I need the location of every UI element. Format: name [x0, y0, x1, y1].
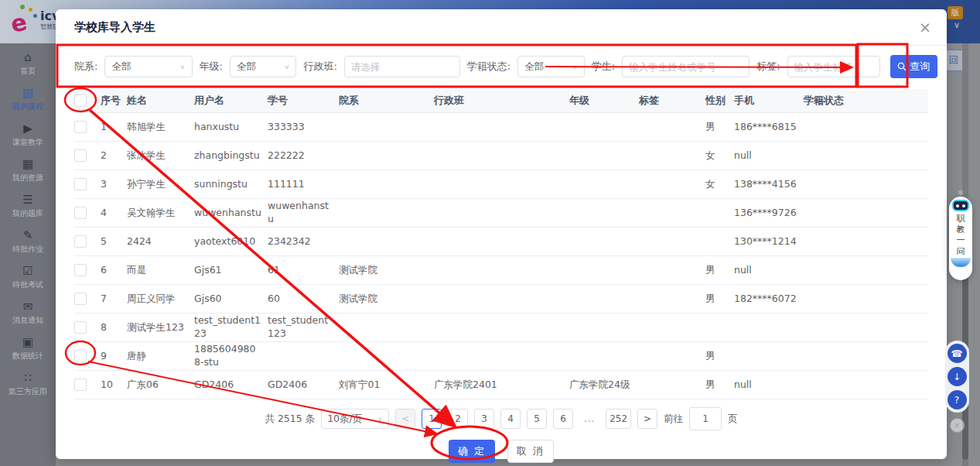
dept-select-value: 全部: [111, 60, 131, 74]
class-input[interactable]: [344, 56, 460, 77]
cell-phone: 138****4156: [734, 178, 804, 191]
cell-student-no: 60: [268, 293, 339, 306]
assistant-widget[interactable]: ✻ 职教一问: [948, 189, 973, 280]
chevron-down-icon: ∨: [572, 63, 577, 70]
download-icon[interactable]: ↓: [948, 367, 967, 386]
dept-filter-label: 院系:: [74, 60, 97, 74]
cell-index: 1: [101, 121, 127, 134]
search-button[interactable]: 查询: [890, 55, 937, 78]
table-row: 7 周正义同学 Gjs60 60 测试学院 男 182****6072: [74, 285, 928, 314]
cell-student-no: 2342342: [268, 235, 339, 248]
cell-gender: 男: [705, 264, 734, 277]
column-header: 学籍状态: [804, 94, 927, 108]
dept-select[interactable]: 全部 ∨: [104, 56, 192, 77]
import-students-dialog: 学校库导入学生 × 院系: 全部 ∨ 年级: 全部 ∨ 行政班: 学籍状态: 全…: [56, 9, 947, 459]
dialog-footer: 确 定 取 消: [56, 440, 947, 463]
row-checkbox[interactable]: [74, 149, 87, 162]
row-checkbox[interactable]: [74, 379, 87, 391]
goto-suffix: 页: [728, 413, 738, 426]
table-row: 5 2424 yaotext6010 2342342 130****1214: [74, 228, 928, 256]
cell-gender: 男: [705, 379, 734, 392]
page-button[interactable]: 4: [500, 409, 521, 429]
row-checkbox[interactable]: [74, 293, 87, 305]
cell-index: 7: [101, 293, 127, 306]
page-button[interactable]: 2: [448, 409, 468, 429]
column-header: 行政班: [434, 94, 569, 108]
cell-phone: 186****6815: [734, 121, 804, 134]
page-button[interactable]: 5: [527, 409, 547, 429]
grade-select[interactable]: 全部 ∨: [230, 56, 297, 77]
row-checkbox[interactable]: [74, 350, 87, 362]
column-header: 手机: [734, 94, 804, 108]
cell-name: 周正义同学: [127, 293, 194, 306]
student-filter-label: 学生:: [592, 60, 615, 74]
cell-phone: null: [734, 379, 804, 392]
cell-student-no: 222222: [268, 149, 339, 163]
table-row: 8 测试学生123 test_student123 test_student12…: [74, 314, 928, 342]
next-page-button[interactable]: >: [637, 409, 657, 429]
cell-name: 唐静: [127, 350, 194, 363]
row-checkbox[interactable]: [74, 207, 87, 219]
cell-username: Gjs61: [194, 264, 268, 277]
column-header: 性别: [705, 94, 734, 108]
customer-service-icon[interactable]: ☎: [948, 344, 967, 363]
cell-username: zhangbingstu: [194, 149, 268, 163]
confirm-button[interactable]: 确 定: [449, 440, 495, 463]
table-row: 3 孙宁学生 sunningstu 111111 女 138****4156: [74, 170, 928, 199]
page-size-select[interactable]: 10条/页 ∨: [321, 409, 389, 429]
collapse-widgets-icon[interactable]: ×: [950, 418, 965, 433]
page-button[interactable]: 252: [606, 409, 631, 429]
cell-index: 5: [101, 235, 127, 248]
page-size-value: 10条/页: [327, 413, 362, 426]
row-checkbox[interactable]: [74, 178, 87, 190]
goto-label: 前往: [664, 413, 683, 426]
row-checkbox[interactable]: [74, 235, 87, 248]
cell-gender: 男: [705, 350, 734, 363]
wave-decoration: [951, 258, 971, 267]
page-button[interactable]: 3: [474, 409, 494, 429]
column-header: 院系: [339, 94, 434, 108]
table-body: 1 韩旭学生 hanxustu 333333 男 186****6815 2: [74, 113, 928, 399]
select-all-checkbox[interactable]: [74, 94, 87, 107]
status-filter-label: 学籍状态:: [467, 60, 510, 74]
cancel-button[interactable]: 取 消: [507, 440, 554, 463]
cell-username: GD2406: [194, 379, 268, 392]
close-icon[interactable]: ×: [919, 20, 931, 35]
cell-phone: null: [734, 264, 804, 277]
cell-gender: 男: [705, 293, 734, 306]
table-row: 4 吴文翰学生 wuwenhanstu wuwenhanstu 136****9…: [74, 199, 928, 228]
status-select-value: 全部: [524, 60, 544, 74]
student-search-input[interactable]: [622, 56, 750, 77]
table-row: 6 而是 Gjs61 61 测试学院 男 null: [74, 256, 928, 285]
floating-action-buttons: ☎ ↓ ? ×: [944, 341, 969, 433]
cell-gender: 女: [705, 149, 734, 163]
cell-name: 吴文翰学生: [127, 207, 194, 220]
students-table: 序号姓名用户名学号院系行政班年级标签性别手机学籍状态 1 韩旭学生 hanxus…: [74, 89, 928, 399]
cell-dept: 测试学院: [339, 293, 434, 306]
cell-phone: 182****6072: [734, 293, 804, 306]
cell-phone: null: [734, 149, 804, 163]
cell-index: 4: [101, 207, 127, 220]
cell-gender: 男: [705, 121, 734, 134]
page-button[interactable]: 1: [422, 409, 442, 429]
page-button[interactable]: ...: [579, 409, 599, 429]
cell-index: 3: [101, 178, 127, 191]
cell-gender: 女: [705, 178, 734, 191]
cell-student-no: GD2406: [268, 379, 339, 392]
search-button-label: 查询: [910, 60, 930, 74]
cell-class: 广东学院2401: [434, 379, 569, 392]
tag-input[interactable]: [787, 56, 880, 77]
row-checkbox[interactable]: [74, 264, 87, 276]
goto-page-input[interactable]: [689, 407, 722, 430]
total-count: 共 2515 条: [265, 413, 315, 426]
cell-student-no: test_student123: [268, 314, 339, 341]
prev-page-button[interactable]: <: [395, 409, 415, 429]
cell-name: 而是: [127, 264, 194, 277]
page-button[interactable]: 6: [553, 409, 573, 429]
cell-username: sunningstu: [194, 178, 268, 191]
chevron-down-icon: ∨: [179, 63, 185, 70]
help-icon[interactable]: ?: [948, 390, 967, 409]
row-checkbox[interactable]: [74, 321, 87, 334]
status-select[interactable]: 全部 ∨: [517, 56, 585, 77]
row-checkbox[interactable]: [74, 121, 87, 133]
